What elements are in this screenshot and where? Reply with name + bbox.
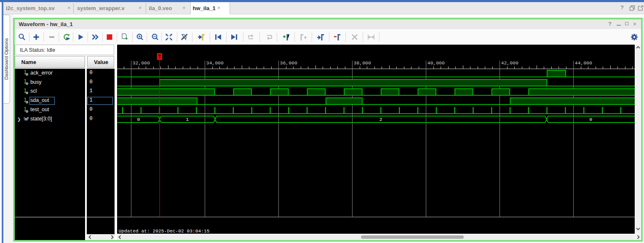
svg-text:1: 1 [186,117,189,122]
svg-text:0: 0 [137,117,140,122]
svg-text:40,000: 40,000 [427,60,444,65]
svg-text:2: 2 [379,117,382,122]
svg-text:T: T [158,54,161,60]
svg-text:0: 0 [589,117,592,122]
svg-text:32,000: 32,000 [132,60,150,65]
svg-text:38,000: 38,000 [353,60,371,65]
svg-text:44,000: 44,000 [575,60,592,65]
svg-text:42,000: 42,000 [501,60,518,65]
svg-text:36,000: 36,000 [280,60,297,65]
svg-text:34,000: 34,000 [206,60,223,65]
